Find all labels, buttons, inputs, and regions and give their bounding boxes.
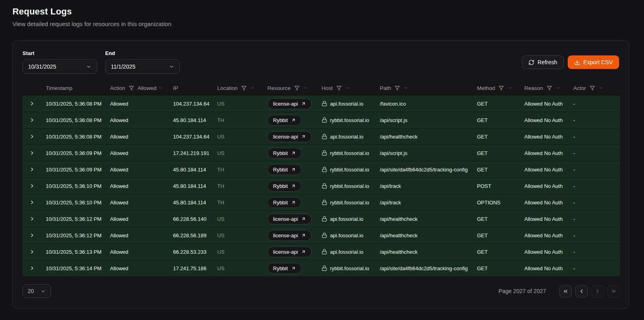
page-subtitle: View detailed request logs for resources… <box>12 20 632 27</box>
cell-reason: Allowed No Auth <box>520 101 569 107</box>
arrow-up-right-icon <box>301 101 306 106</box>
cell-reason: Allowed No Auth <box>520 117 569 123</box>
chevron-down-icon[interactable] <box>158 86 163 90</box>
table-row[interactable]: 10/31/2025, 5:36:09 PM Allowed 45.80.184… <box>22 161 620 177</box>
chevron-down-icon <box>169 64 174 69</box>
cell-host: rybbit.fossorial.io <box>318 150 376 156</box>
last-page-button[interactable] <box>607 285 620 298</box>
cell-ip: 17.241.75.186 <box>169 265 213 271</box>
export-csv-button[interactable]: Export CSV <box>568 55 619 69</box>
chevron-down-icon[interactable] <box>599 86 603 90</box>
expand-row-icon[interactable] <box>29 183 35 189</box>
expand-row-icon[interactable] <box>29 216 35 222</box>
first-page-button[interactable] <box>559 285 572 298</box>
resource-link-badge[interactable]: Rybbit <box>267 181 302 192</box>
table-header-row: Timestamp Action Allowed IP Location <box>22 80 620 96</box>
cell-expand <box>22 134 42 139</box>
cell-method: GET <box>473 249 520 255</box>
chevron-down-icon[interactable] <box>250 86 255 90</box>
chevron-down-icon[interactable] <box>345 86 350 90</box>
filter-funnel-icon[interactable] <box>395 86 400 91</box>
chevron-down-icon[interactable] <box>404 86 408 90</box>
filter-funnel-icon[interactable] <box>241 86 247 91</box>
cell-location: US <box>213 232 263 238</box>
cell-timestamp: 10/31/2025, 5:36:10 PM <box>42 200 106 206</box>
refresh-button[interactable]: Refresh <box>522 55 564 69</box>
cell-action: Allowed <box>106 134 169 140</box>
filter-funnel-icon[interactable] <box>547 86 552 91</box>
resource-link-badge[interactable]: license-api <box>267 131 312 142</box>
table-row[interactable]: 10/31/2025, 5:36:08 PM Allowed 45.80.184… <box>22 112 620 128</box>
cell-method: GET <box>473 216 520 222</box>
cell-location: TH <box>213 117 263 123</box>
resource-link-badge[interactable]: Rybbit <box>267 263 302 274</box>
cell-expand <box>22 117 42 123</box>
resource-link-badge[interactable]: Rybbit <box>267 164 302 175</box>
cell-method: POST <box>473 183 520 189</box>
cell-resource: license-api <box>263 131 318 142</box>
table-row[interactable]: 10/31/2025, 5:36:12 PM Allowed 66.228.56… <box>22 211 620 227</box>
cell-ip: 66.228.56.140 <box>169 216 213 222</box>
end-date-select[interactable]: 11/1/2025 <box>105 59 180 74</box>
cell-timestamp: 10/31/2025, 5:36:14 PM <box>42 265 106 271</box>
table-row[interactable]: 10/31/2025, 5:36:14 PM Allowed 17.241.75… <box>22 260 620 276</box>
resource-link-badge[interactable]: Rybbit <box>267 115 302 126</box>
page-info: Page 2027 of 2027 <box>499 288 546 294</box>
expand-row-icon[interactable] <box>29 232 35 238</box>
resource-link-badge[interactable]: Rybbit <box>267 148 302 159</box>
page-title: Request Logs <box>12 6 632 17</box>
cell-location: US <box>213 265 263 271</box>
resource-link-badge[interactable]: license-api <box>267 214 312 224</box>
start-date-select[interactable]: 10/31/2025 <box>22 59 97 74</box>
table-row[interactable]: 10/31/2025, 5:36:09 PM Allowed 17.241.21… <box>22 145 620 161</box>
action-filter-value[interactable]: Allowed <box>138 85 157 91</box>
expand-row-icon[interactable] <box>29 117 35 123</box>
expand-row-icon[interactable] <box>29 249 35 255</box>
cell-actor: - <box>569 150 620 156</box>
cell-host: rybbit.fossorial.io <box>318 183 376 189</box>
filter-funnel-icon[interactable] <box>294 86 300 91</box>
expand-row-icon[interactable] <box>29 150 35 156</box>
table-row[interactable]: 10/31/2025, 5:36:08 PM Allowed 104.237.1… <box>22 96 620 112</box>
expand-row-icon[interactable] <box>29 167 35 172</box>
resource-link-badge[interactable]: license-api <box>267 247 312 257</box>
lock-icon <box>322 200 327 205</box>
chevron-down-icon[interactable] <box>303 86 308 90</box>
arrow-up-right-icon <box>291 183 296 188</box>
expand-row-icon[interactable] <box>29 134 35 139</box>
expand-row-icon[interactable] <box>29 265 35 271</box>
chevrons-right-icon <box>611 288 617 294</box>
resource-link-badge[interactable]: license-api <box>267 230 312 241</box>
filter-funnel-icon[interactable] <box>590 86 595 91</box>
next-page-button[interactable] <box>591 285 604 298</box>
end-date-label: End <box>105 50 180 56</box>
download-icon <box>574 59 580 65</box>
table-row[interactable]: 10/31/2025, 5:36:12 PM Allowed 66.228.56… <box>22 227 620 243</box>
page-size-value: 20 <box>28 288 34 294</box>
cell-actor: - <box>569 200 620 206</box>
filter-funnel-icon[interactable] <box>499 86 504 91</box>
resource-link-badge[interactable]: license-api <box>267 98 312 109</box>
expand-row-icon[interactable] <box>29 200 35 205</box>
table-row[interactable]: 10/31/2025, 5:36:08 PM Allowed 104.237.1… <box>22 128 620 145</box>
table-row[interactable]: 10/31/2025, 5:36:13 PM Allowed 66.228.53… <box>22 244 620 260</box>
page-size-select[interactable]: 20 <box>22 284 51 298</box>
expand-row-icon[interactable] <box>29 101 35 106</box>
filter-funnel-icon[interactable] <box>336 86 342 91</box>
chevron-right-icon <box>595 288 601 294</box>
cell-resource: license-api <box>263 230 318 241</box>
cell-host: api.fossorial.io <box>318 216 376 222</box>
previous-page-button[interactable] <box>575 285 588 298</box>
lock-icon <box>322 249 327 255</box>
table-row[interactable]: 10/31/2025, 5:36:10 PM Allowed 45.80.184… <box>22 178 620 194</box>
resource-link-badge[interactable]: Rybbit <box>267 197 302 208</box>
chevron-down-icon[interactable] <box>507 86 512 90</box>
table-row[interactable]: 10/31/2025, 5:36:10 PM Allowed 45.80.184… <box>22 194 620 210</box>
cell-resource: Rybbit <box>263 197 318 208</box>
cell-ip: 17.241.219.191 <box>169 150 213 156</box>
filter-funnel-icon[interactable] <box>129 86 134 91</box>
cell-path: /api/track <box>376 200 473 206</box>
chevron-down-icon[interactable] <box>556 86 560 90</box>
cell-path: /api/site/da4fb64dc2d5/tracking-config <box>376 167 473 173</box>
table-footer: 20 Page 2027 of 2027 <box>22 284 620 298</box>
